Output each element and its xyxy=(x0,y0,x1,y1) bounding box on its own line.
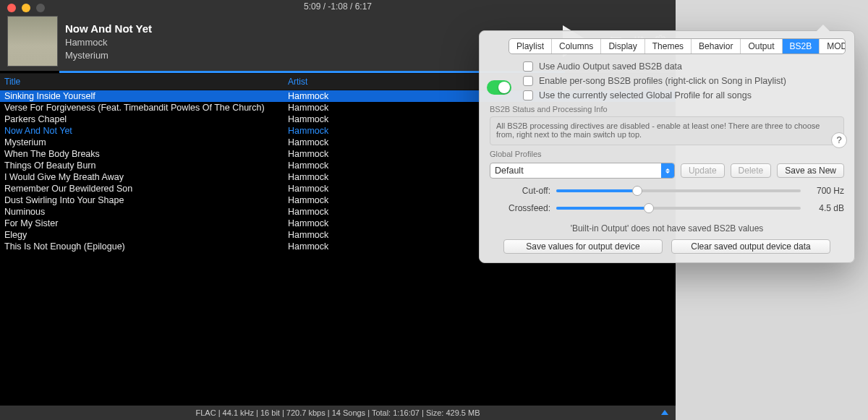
expand-icon[interactable] xyxy=(661,410,668,415)
track-title: This Is Not Enough (Epilogue) xyxy=(0,241,284,252)
status-section-label: BS2B Status and Processing Info xyxy=(490,105,844,113)
save-as-new-button[interactable]: Save as New xyxy=(777,163,844,178)
status-text: FLAC | 44.1 kHz | 16 bit | 720.7 kbps | … xyxy=(196,408,480,417)
preferences-tabs: PlaylistColumnsDisplayThemesBehaviorOutp… xyxy=(509,38,846,54)
track-title: I Would Give My Breath Away xyxy=(0,171,284,183)
track-title: Mysterium xyxy=(0,137,284,148)
track-title: Parkers Chapel xyxy=(0,113,284,125)
popover-caret-icon xyxy=(817,25,830,31)
checkbox[interactable] xyxy=(523,76,533,86)
crossfeed-value: 4.5 dB xyxy=(801,203,844,213)
time-display: 5:09 / -1:08 / 6:17 xyxy=(0,1,676,12)
option-label: Enable per-song BS2B profiles (right-cli… xyxy=(539,76,786,86)
status-info-text: All BS2B processing directives are disab… xyxy=(496,121,820,139)
track-title: Elegy xyxy=(0,229,284,241)
tab-playlist[interactable]: Playlist xyxy=(509,39,552,53)
bs2b-master-toggle[interactable] xyxy=(487,80,511,95)
status-info-box: All BS2B processing directives are disab… xyxy=(490,116,844,145)
track-title: When The Body Breaks xyxy=(0,148,284,160)
track-title: Remember Our Bewildered Son xyxy=(0,183,284,194)
bs2b-options: Use Audio Output saved BS2B dataEnable p… xyxy=(523,61,844,100)
profile-select-value: Default xyxy=(495,166,524,176)
update-button[interactable]: Update xyxy=(681,163,725,178)
tab-bs2b[interactable]: BS2B xyxy=(783,39,820,53)
crossfeed-label: Crossfeed: xyxy=(490,203,556,213)
save-device-button[interactable]: Save values for output device xyxy=(503,239,663,254)
tab-themes[interactable]: Themes xyxy=(645,39,692,53)
select-arrows-icon xyxy=(661,163,674,178)
global-profiles-label: Global Profiles xyxy=(490,150,844,158)
window-zoom-button[interactable] xyxy=(36,4,45,12)
track-title: Dust Swirling Into Your Shape xyxy=(0,194,284,206)
cutoff-slider[interactable] xyxy=(556,189,801,192)
device-note: 'Built-in Output' does not have saved BS… xyxy=(490,223,844,233)
track-title: For My Sister xyxy=(0,218,284,229)
checkbox[interactable] xyxy=(523,61,533,72)
cutoff-label: Cut-off: xyxy=(490,186,556,196)
tab-columns[interactable]: Columns xyxy=(552,39,601,53)
tab-output[interactable]: Output xyxy=(741,39,782,53)
track-title: Verse For Forgiveness (Feat. Timebandit … xyxy=(0,102,284,113)
tab-mod[interactable]: MOD xyxy=(820,39,846,53)
column-title[interactable]: Title xyxy=(0,74,284,90)
crossfeed-slider[interactable] xyxy=(556,207,801,210)
checkbox[interactable] xyxy=(523,90,533,100)
track-title: Now And Not Yet xyxy=(0,125,284,137)
window-minimize-button[interactable] xyxy=(22,4,30,12)
cutoff-value: 700 Hz xyxy=(801,186,844,196)
track-title: Things Of Beauty Burn xyxy=(0,160,284,171)
option-label: Use the currently selected Global Profil… xyxy=(539,90,752,100)
tab-display[interactable]: Display xyxy=(601,39,644,53)
help-button[interactable]: ? xyxy=(831,132,847,148)
track-title: Numinous xyxy=(0,206,284,218)
tab-behavior[interactable]: Behavior xyxy=(692,39,741,53)
delete-button[interactable]: Delete xyxy=(731,163,772,178)
window-titlebar: 5:09 / -1:08 / 6:17 xyxy=(0,0,676,16)
preferences-popover: PlaylistColumnsDisplayThemesBehaviorOutp… xyxy=(479,30,855,263)
status-bar: FLAC | 44.1 kHz | 16 bit | 720.7 kbps | … xyxy=(0,406,676,420)
profile-select[interactable]: Default xyxy=(490,163,675,179)
window-close-button[interactable] xyxy=(7,4,16,12)
track-title: Sinking Inside Yourself xyxy=(0,90,284,102)
album-art[interactable] xyxy=(7,16,58,67)
option-label: Use Audio Output saved BS2B data xyxy=(539,61,682,72)
clear-device-button[interactable]: Clear saved output device data xyxy=(671,239,830,254)
